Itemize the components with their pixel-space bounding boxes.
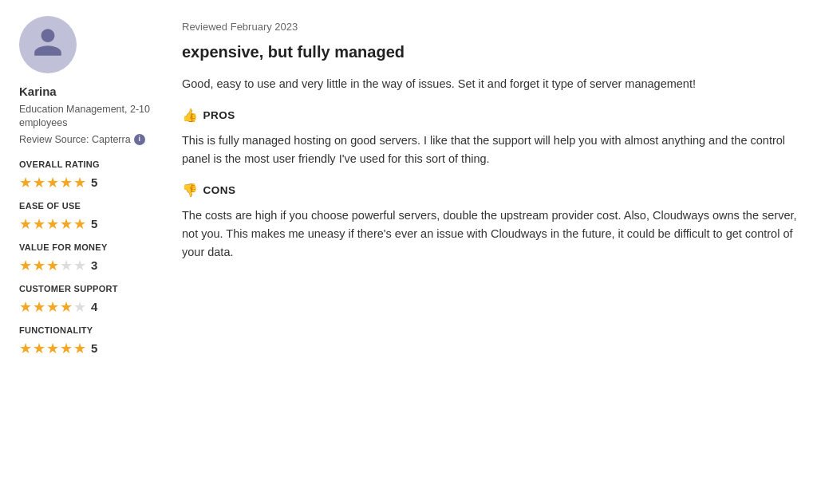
- star-5: ★: [73, 217, 86, 231]
- functionality-section: FUNCTIONALITY ★ ★ ★ ★ ★ 5: [19, 324, 163, 357]
- star-2: ★: [33, 217, 45, 231]
- overall-stars-row: ★ ★ ★ ★ ★ 5: [19, 174, 163, 192]
- star-2: ★: [33, 175, 45, 190]
- pros-header: 👍 PROS: [182, 106, 798, 125]
- functionality-num: 5: [91, 340, 97, 358]
- star-5: ★: [73, 175, 86, 190]
- star-5: ★: [73, 258, 86, 273]
- functionality-label: FUNCTIONALITY: [19, 324, 163, 337]
- cons-label: CONS: [203, 183, 236, 199]
- star-4: ★: [60, 300, 73, 314]
- value-for-money-stars: ★ ★ ★ ★ ★: [19, 258, 86, 273]
- review-container: Karina Education Management, 2-10 employ…: [0, 0, 817, 381]
- reviewer-sidebar: Karina Education Management, 2-10 employ…: [19, 16, 163, 365]
- star-1: ★: [19, 300, 32, 314]
- review-source: Review Source: Capterra i: [19, 132, 163, 148]
- overall-rating-section: OVERALL RATING ★ ★ ★ ★ ★ 5: [19, 158, 163, 191]
- star-2: ★: [33, 300, 45, 314]
- ease-of-use-section: EASE OF USE ★ ★ ★ ★ ★ 5: [19, 199, 163, 233]
- star-1: ★: [19, 258, 32, 273]
- star-1: ★: [19, 217, 32, 231]
- star-3: ★: [46, 300, 59, 314]
- functionality-stars-row: ★ ★ ★ ★ ★ 5: [19, 340, 163, 358]
- value-for-money-section: VALUE FOR MONEY ★ ★ ★ ★ ★ 3: [19, 241, 163, 274]
- star-1: ★: [19, 341, 32, 356]
- value-for-money-label: VALUE FOR MONEY: [19, 241, 163, 254]
- customer-support-num: 4: [91, 298, 97, 317]
- overall-rating-label: OVERALL RATING: [19, 158, 163, 171]
- customer-support-label: CUSTOMER SUPPORT: [19, 282, 163, 296]
- star-3: ★: [46, 217, 59, 231]
- overall-rating-num: 5: [91, 174, 97, 192]
- star-3: ★: [46, 341, 59, 356]
- star-4: ★: [60, 217, 73, 231]
- overall-stars: ★ ★ ★ ★ ★: [19, 175, 86, 190]
- star-2: ★: [33, 341, 45, 356]
- pros-text: This is fully managed hosting on good se…: [182, 132, 798, 168]
- ease-of-use-stars: ★ ★ ★ ★ ★: [19, 217, 86, 231]
- star-5: ★: [73, 341, 86, 356]
- customer-support-stars: ★ ★ ★ ★ ★: [19, 300, 86, 314]
- user-avatar-icon: [31, 26, 65, 64]
- star-1: ★: [19, 175, 32, 190]
- info-icon[interactable]: i: [134, 134, 145, 145]
- pros-label: PROS: [203, 108, 235, 124]
- review-main-content: Reviewed February 2023 expensive, but fu…: [182, 16, 798, 365]
- review-summary: Good, easy to use and very little in the…: [182, 75, 798, 93]
- cons-header: 👎 CONS: [182, 181, 798, 200]
- avatar: [19, 16, 77, 73]
- cons-text: The costs are high if you choose powerfu…: [182, 207, 798, 262]
- thumbs-up-icon: 👍: [182, 106, 199, 125]
- ease-of-use-stars-row: ★ ★ ★ ★ ★ 5: [19, 215, 163, 234]
- value-for-money-num: 3: [91, 257, 97, 275]
- functionality-stars: ★ ★ ★ ★ ★: [19, 341, 86, 356]
- value-for-money-stars-row: ★ ★ ★ ★ ★ 3: [19, 257, 163, 275]
- reviewer-name: Karina: [19, 83, 163, 101]
- customer-support-section: CUSTOMER SUPPORT ★ ★ ★ ★ ★ 4: [19, 282, 163, 316]
- star-5: ★: [73, 300, 86, 314]
- reviewer-company: Education Management, 2-10 employees: [19, 103, 163, 131]
- star-4: ★: [60, 258, 73, 273]
- review-date: Reviewed February 2023: [182, 19, 798, 35]
- star-4: ★: [60, 175, 73, 190]
- thumbs-down-icon: 👎: [182, 181, 199, 200]
- review-title: expensive, but fully managed: [182, 40, 798, 64]
- star-2: ★: [33, 258, 45, 273]
- star-4: ★: [60, 341, 73, 356]
- star-3: ★: [46, 175, 59, 190]
- star-3: ★: [46, 258, 59, 273]
- customer-support-stars-row: ★ ★ ★ ★ ★ 4: [19, 298, 163, 317]
- ease-of-use-num: 5: [91, 215, 97, 234]
- ease-of-use-label: EASE OF USE: [19, 199, 163, 213]
